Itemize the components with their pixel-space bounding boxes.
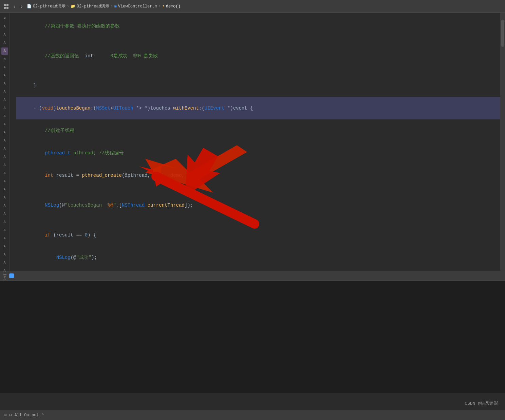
gutter-A21: A (1, 194, 8, 202)
scrollbar[interactable] (500, 13, 505, 271)
gutter-A7: A (1, 80, 8, 88)
gutter-M1: M (1, 15, 8, 22)
code-line-9: int result = pthread_create(&pthread, NU… (16, 164, 500, 187)
breadcrumb-file[interactable]: ViewController.m (118, 4, 157, 9)
gutter-A19: A (1, 178, 8, 185)
code-line-8: pthread_t pthread; //线程编号 (16, 142, 500, 164)
code-line-6: - (void)touchesBegan:(NSSet<UITouch *> *… (16, 97, 500, 119)
grid-icon[interactable] (3, 3, 10, 10)
gutter-A10: A (1, 104, 8, 112)
breadcrumb: 📄 02-pthread演示 › 📁 02-pthread演示 › m View… (27, 3, 181, 9)
code-line-7: //创建子线程 (16, 119, 500, 142)
gutter-A2: A (1, 31, 8, 39)
gutter-A1: A (1, 23, 8, 31)
gutter-A12: A (1, 121, 8, 128)
gutter-A27: A (1, 243, 8, 250)
gutter-A6: A (1, 72, 8, 79)
console-toggle[interactable]: ▽ (3, 273, 6, 278)
gutter-A8: A (1, 88, 8, 96)
code-line-14: NSLog(@"成功"); (16, 246, 500, 269)
title-bar: ‹ › 📄 02-pthread演示 › 📁 02-pthread演示 › m … (0, 0, 505, 13)
main-layout: M A A A A M A A A A A A A A A A A A A A … (0, 13, 505, 271)
code-line-10 (16, 187, 500, 194)
code-line-3: //函数的返回值 int 0是成功 非0 是失败 (16, 45, 500, 67)
back-button[interactable]: ‹ (12, 3, 17, 10)
gutter-A23: A (1, 210, 8, 218)
gutter-A15: A (1, 145, 8, 153)
breadcrumb-file-icon: 📄 (27, 4, 32, 8)
breadcrumb-project1[interactable]: 02-pthread演示 (33, 3, 66, 9)
bottom-icon-1[interactable]: ⊞ (4, 413, 6, 418)
breadcrumb-function[interactable]: demo() (166, 4, 181, 9)
gutter-A5: A (1, 64, 8, 71)
code-line-15: }else { (16, 269, 500, 271)
gutter-A13: A (1, 129, 8, 136)
code-line-2 (16, 37, 500, 45)
watermark: CSDN @猎风追影 (465, 400, 498, 406)
code-editor[interactable]: //第四个参数 要执行的函数的参数 //函数的返回值 int 0是成功 非0 是… (10, 13, 500, 271)
gutter-A16: A (1, 153, 8, 161)
gutter-A18: A (1, 170, 8, 177)
breadcrumb-project2[interactable]: 02-pthread演示 (77, 3, 109, 9)
gutter-M2: M (1, 56, 8, 63)
code-line-4 (16, 67, 500, 75)
gutter-A3: A (1, 39, 8, 47)
gutter-A28: A (1, 251, 8, 259)
gutter-A26: A (1, 235, 8, 242)
console-indicator (9, 273, 14, 278)
forward-button[interactable]: › (19, 3, 24, 10)
window-controls (3, 3, 10, 10)
gutter-A9: A (1, 96, 8, 104)
gutter-A20: A (1, 186, 8, 193)
gutter-A22: A (1, 202, 8, 210)
code-line-11: NSLog(@"touchesBegan %@",[NSThread curre… (16, 194, 500, 216)
code-line-12 (16, 216, 500, 224)
gutter-A14: A (1, 137, 8, 145)
breadcrumb-m-icon: m (114, 4, 117, 8)
all-output-label[interactable]: All Output (14, 413, 39, 418)
code-line-5: } (16, 75, 500, 97)
line-gutter: M A A A A M A A A A A A A A A A A A A A … (0, 13, 10, 271)
gutter-A25: A (1, 227, 8, 234)
gutter-A4: A (1, 47, 8, 55)
code-line-1: //第四个参数 要执行的函数的参数 (16, 15, 500, 37)
code-line-13: if (result == 0) { (16, 224, 500, 246)
console-bar: ▽ (0, 271, 505, 281)
gutter-A24: A (1, 218, 8, 226)
breadcrumb-func-icon: ƒ (162, 4, 165, 8)
console-chevron[interactable]: ⌃ (41, 413, 44, 418)
console-output (0, 281, 505, 393)
bottom-icon-2[interactable]: ⊟ (9, 413, 12, 418)
bottom-bar: ⊞ ⊟ All Output ⌃ (0, 410, 505, 420)
gutter-A29: A (1, 259, 8, 267)
gutter-A11: A (1, 113, 8, 120)
breadcrumb-folder-icon: 📁 (71, 4, 75, 8)
gutter-A17: A (1, 161, 8, 169)
